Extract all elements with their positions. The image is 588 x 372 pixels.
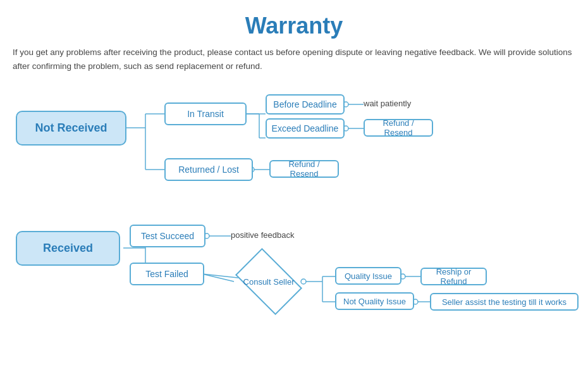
consult-seller-diamond-wrap: Consult Seller — [237, 263, 300, 301]
quality-issue-box: Quality Issue — [335, 267, 401, 285]
svg-point-22 — [301, 279, 306, 284]
intro-text: If you get any problems after receiving … — [13, 46, 575, 73]
reship-refund-box: Reship or Refund — [420, 268, 487, 285]
before-deadline-box: Before Deadline — [266, 94, 345, 115]
positive-feedback-text: positive feedback — [231, 230, 294, 240]
page-title: Warranty — [13, 13, 575, 39]
not-received-box: Not Received — [16, 111, 126, 146]
seller-assist-box: Seller assist the testing till it works — [430, 293, 579, 311]
refund-resend-returned-box: Refund / Resend — [269, 160, 339, 178]
returned-lost-box: Returned / Lost — [164, 158, 253, 181]
exceed-deadline-box: Exceed Deadline — [266, 118, 345, 139]
received-box: Received — [16, 231, 120, 266]
wait-patiently-text: wait patiently — [364, 99, 411, 108]
test-succeed-box: Test Succeed — [130, 225, 205, 247]
consult-seller-label: Consult Seller — [243, 277, 295, 287]
test-failed-box: Test Failed — [130, 263, 204, 285]
in-transit-box: In Transit — [164, 102, 247, 125]
svg-line-20 — [202, 274, 234, 282]
refund-resend-exceed-box: Refund / Resend — [364, 119, 433, 137]
not-quality-issue-box: Not Quality Issue — [335, 292, 414, 310]
